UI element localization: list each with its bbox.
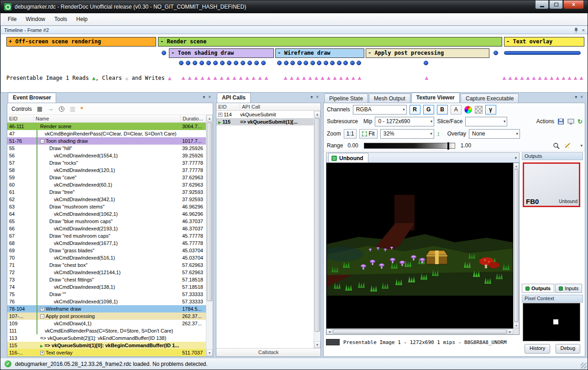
- timeline-draw-dot[interactable]: [290, 61, 295, 65]
- api-scrollbar[interactable]: ▲ ▼: [314, 111, 320, 348]
- history-button[interactable]: History: [525, 344, 550, 354]
- side-tab-outputs[interactable]: Outputs: [522, 284, 554, 293]
- scroll-up-icon[interactable]: ▲: [206, 115, 213, 122]
- menu-help[interactable]: Help: [72, 14, 92, 25]
- timeline-draw-dot[interactable]: [493, 51, 498, 55]
- zoom-range-icon[interactable]: [553, 142, 560, 149]
- usage-write-triangle[interactable]: ▲: [332, 74, 338, 82]
- clock-icon[interactable]: [58, 106, 65, 112]
- background-swatch[interactable]: [326, 339, 340, 345]
- event-row[interactable]: 62vkCmdDrawIndexed(342,1)37.92593: [7, 196, 206, 203]
- fb0-thumbnail[interactable]: FB0 Unbound: [523, 162, 580, 207]
- usage-write-triangle[interactable]: ▲: [338, 74, 344, 82]
- event-row[interactable]: 73Draw "chest fittings"57.18518: [7, 276, 206, 283]
- timeline-draw-dot[interactable]: [200, 61, 204, 65]
- event-row[interactable]: 71Draw "chest box"57.62963: [7, 261, 206, 269]
- timeline-draw-dot[interactable]: [179, 61, 184, 65]
- range-slider[interactable]: [364, 143, 455, 149]
- scrollbar-thumb[interactable]: [315, 118, 320, 332]
- usage-write-triangle[interactable]: ▲: [507, 74, 513, 82]
- goto-eid-icon[interactable]: →: [47, 106, 53, 112]
- expander-icon[interactable]: -: [40, 139, 44, 143]
- expander-icon[interactable]: +: [40, 351, 44, 355]
- timeline-content[interactable]: Presentable Image 1 Reads ▲, Clears ▲ an…: [0, 34, 588, 93]
- event-scrollbar[interactable]: ▲ ▼: [206, 115, 213, 356]
- gamma-button[interactable]: γ: [485, 105, 496, 115]
- bookmark-icon[interactable]: ▦: [37, 106, 42, 112]
- usage-write-triangle[interactable]: ▲: [326, 74, 332, 82]
- event-row[interactable]: 65Draw "blue mushroom caps"46.37037: [7, 218, 206, 225]
- scroll-up-icon[interactable]: ▲: [314, 111, 320, 118]
- close-button[interactable]: ×: [563, 0, 584, 9]
- timeline-marker-bar[interactable]: - Text overlay: [504, 37, 584, 47]
- resize-grip[interactable]: [581, 363, 587, 369]
- pin-icon[interactable]: [574, 27, 578, 33]
- timeline-marker-bar[interactable]: - Toon shading draw: [169, 48, 274, 58]
- export-icon[interactable]: [567, 119, 574, 125]
- event-row[interactable]: 74vkCmdDrawIndexed(138,1)57.18518: [7, 283, 206, 291]
- event-table-header[interactable]: EID Name Duratio...: [7, 115, 213, 123]
- timeline-draw-dot[interactable]: [247, 61, 252, 65]
- menu-file[interactable]: File: [3, 14, 21, 25]
- usage-write-triangle[interactable]: ▲: [424, 74, 430, 82]
- event-row[interactable]: 69Draw "grass blades"45.03704: [7, 247, 206, 254]
- usage-write-triangle[interactable]: ▲: [187, 74, 193, 82]
- scrollbar-thumb[interactable]: [333, 329, 507, 334]
- usage-write-triangle[interactable]: ▲: [225, 74, 231, 82]
- range-min-value[interactable]: 0.00: [347, 142, 358, 149]
- usage-write-triangle[interactable]: ▲: [537, 74, 543, 82]
- expander-icon[interactable]: +: [40, 307, 44, 311]
- zoom-1to1-button[interactable]: 1:1: [344, 129, 357, 139]
- close-panel-icon[interactable]: ×: [316, 95, 319, 99]
- timeline-draw-dot[interactable]: [254, 61, 259, 65]
- scroll-right-icon[interactable]: ▶: [507, 329, 513, 334]
- usage-write-triangle[interactable]: ▲: [519, 74, 525, 82]
- event-row[interactable]: 109vkCmdDraw(4,1)262.37...: [7, 320, 206, 327]
- usage-write-triangle[interactable]: ▲: [244, 74, 250, 82]
- blue-channel-button[interactable]: B: [437, 105, 448, 115]
- usage-write-triangle[interactable]: ▲: [231, 74, 237, 82]
- mip-select[interactable]: 0 - 1272x690▾: [375, 117, 434, 126]
- tab-event-browser[interactable]: Event Browser: [8, 93, 56, 103]
- scroll-down-icon[interactable]: ▼: [314, 341, 320, 348]
- timeline-draw-dot[interactable]: [297, 61, 302, 65]
- usage-write-triangle[interactable]: ▲: [307, 74, 313, 82]
- usage-write-triangle[interactable]: ▲: [351, 74, 357, 82]
- usage-write-triangle[interactable]: ▲: [219, 74, 225, 82]
- timeline-draw-dot[interactable]: [241, 61, 245, 65]
- usage-write-triangle[interactable]: ▲: [283, 74, 289, 82]
- canvas-vertical-scrollbar[interactable]: ▲ ▼: [513, 163, 519, 328]
- scroll-left-icon[interactable]: ◀: [326, 329, 332, 334]
- alpha-channel-button[interactable]: A: [451, 105, 462, 115]
- event-row[interactable]: 111vkCmdEndRenderPass(C=Store, D=Store, …: [7, 327, 206, 334]
- scrollbar-thumb[interactable]: [514, 169, 519, 322]
- options-icon[interactable]: *: [80, 106, 83, 112]
- stats-icon[interactable]: ▥: [70, 106, 75, 112]
- range-max-value[interactable]: 1.00: [461, 142, 471, 149]
- dock-menu-icon[interactable]: ▾: [575, 95, 577, 99]
- event-row[interactable]: 116-...+Text overlay511.7037: [7, 349, 206, 356]
- timeline-draw-dot[interactable]: [234, 61, 238, 65]
- timeline-marker-bar[interactable]: - Render scene: [158, 37, 502, 47]
- close-panel-icon[interactable]: ×: [208, 95, 211, 99]
- usage-write-triangle[interactable]: ▲: [263, 74, 269, 82]
- usage-write-triangle[interactable]: ▲: [320, 74, 326, 82]
- column-api-call[interactable]: API Call: [240, 103, 320, 110]
- red-channel-button[interactable]: R: [410, 105, 420, 115]
- range-handle[interactable]: [447, 142, 449, 150]
- event-row[interactable]: 76vkCmdDrawIndexed(1098,1)57.33333: [7, 298, 206, 305]
- usage-write-triangle[interactable]: ▲: [193, 74, 199, 82]
- channels-select[interactable]: RGBA▾: [353, 105, 407, 115]
- usage-write-triangle[interactable]: ▲: [251, 74, 257, 82]
- timeline-marker-bar[interactable]: - Wireframe draw: [275, 48, 364, 58]
- event-row[interactable]: 75Draw ""57.33333: [7, 291, 206, 298]
- event-row[interactable]: 59Draw "cave"37.62963: [7, 174, 206, 181]
- timeline-draw-dot[interactable]: [277, 61, 282, 65]
- usage-write-triangle[interactable]: ▲: [513, 74, 519, 82]
- texture-list-chevron-icon[interactable]: ▾: [514, 156, 517, 160]
- timeline-draw-dot[interactable]: [330, 61, 335, 65]
- event-row[interactable]: 78-104+Wireframe draw1784.5...: [7, 305, 206, 313]
- usage-write-triangle[interactable]: ▲: [344, 74, 350, 82]
- texture-canvas[interactable]: ▲ ▼ ◀ ▶: [326, 162, 520, 335]
- usage-write-triangle[interactable]: ▲: [543, 74, 549, 82]
